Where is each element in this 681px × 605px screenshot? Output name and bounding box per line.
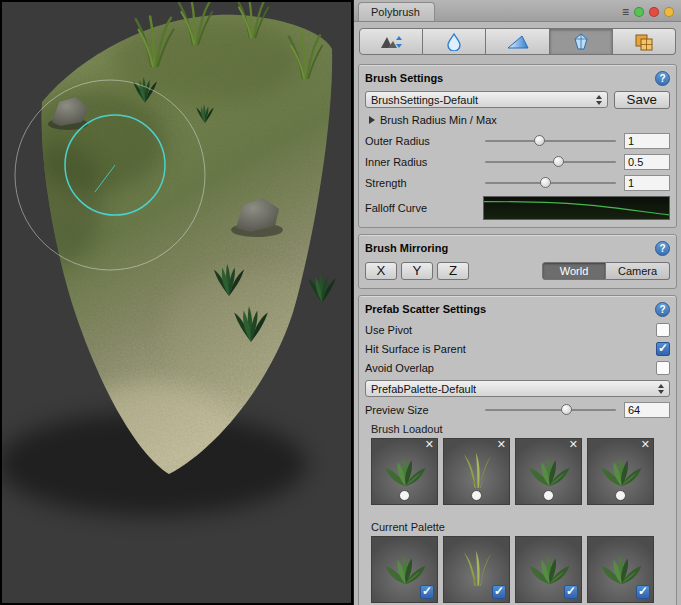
outer-radius-slider[interactable] bbox=[483, 134, 618, 148]
brush-preset-value: BrushSettings-Default bbox=[371, 94, 478, 106]
check-icon: ✓ bbox=[494, 584, 504, 598]
preview-size-value[interactable]: 64 bbox=[624, 402, 670, 418]
current-palette-label: Current Palette bbox=[371, 521, 670, 533]
help-icon[interactable]: ? bbox=[655, 71, 670, 86]
outer-radius-label: Outer Radius bbox=[365, 135, 483, 147]
smooth-tool-button[interactable] bbox=[423, 28, 486, 55]
slider-thumb[interactable] bbox=[561, 404, 572, 415]
hit-surface-parent-label: Hit Surface is Parent bbox=[365, 343, 466, 355]
mirror-z-button[interactable]: Z bbox=[437, 262, 469, 280]
check-icon: ✓ bbox=[422, 584, 432, 598]
outer-radius-value[interactable]: 1 bbox=[624, 133, 670, 149]
mirror-x-button[interactable]: X bbox=[365, 262, 397, 280]
slider-track bbox=[485, 140, 616, 142]
slider-track bbox=[485, 409, 616, 411]
hit-surface-parent-checkbox[interactable]: ✓ bbox=[656, 342, 670, 356]
prefab-palette-dropdown[interactable]: PrefabPalette-Default bbox=[365, 380, 670, 397]
window-button-red[interactable] bbox=[649, 7, 659, 17]
use-pivot-checkbox[interactable]: ✓ bbox=[656, 323, 670, 337]
dropdown-arrows-icon bbox=[658, 384, 664, 394]
texture-squares-icon bbox=[634, 33, 654, 51]
slider-thumb[interactable] bbox=[534, 135, 545, 146]
palette-item-2[interactable]: ✓ bbox=[443, 536, 510, 603]
brush-settings-section: Brush Settings ? BrushSettings-Default S… bbox=[358, 64, 677, 228]
loadout-item-1[interactable]: ✕ bbox=[371, 438, 438, 505]
polybrush-panel: Polybrush ≡ bbox=[353, 0, 681, 605]
crystal-icon bbox=[571, 33, 591, 51]
tab-title: Polybrush bbox=[371, 6, 420, 18]
preview-size-slider[interactable] bbox=[483, 403, 618, 417]
falloff-curve-label: Falloff Curve bbox=[365, 202, 483, 214]
palette-item-4[interactable]: ✓ bbox=[587, 536, 654, 603]
brush-mirroring-title: Brush Mirroring bbox=[365, 242, 448, 254]
dropdown-arrows-icon bbox=[596, 95, 602, 105]
prefab-scatter-title: Prefab Scatter Settings bbox=[365, 303, 486, 315]
window-tabbar: Polybrush ≡ bbox=[354, 0, 681, 22]
strength-value[interactable]: 1 bbox=[624, 175, 670, 191]
scene-view[interactable] bbox=[2, 2, 351, 603]
paint-vertex-tool-button[interactable] bbox=[486, 28, 549, 55]
window-menu-icon[interactable]: ≡ bbox=[622, 7, 629, 17]
loadout-radio[interactable] bbox=[471, 490, 482, 501]
window-button-green[interactable] bbox=[634, 7, 644, 17]
mirror-space-segmented: World Camera bbox=[542, 262, 670, 280]
water-drop-icon bbox=[445, 33, 463, 51]
window-button-yellow[interactable] bbox=[664, 7, 674, 17]
window-controls: ≡ bbox=[622, 7, 681, 21]
loadout-item-3[interactable]: ✕ bbox=[515, 438, 582, 505]
loadout-item-2[interactable]: ✕ bbox=[443, 438, 510, 505]
falloff-curve-field[interactable] bbox=[483, 196, 670, 220]
loadout-item-4[interactable]: ✕ bbox=[587, 438, 654, 505]
slider-thumb[interactable] bbox=[553, 156, 564, 167]
mirror-space-camera[interactable]: Camera bbox=[606, 262, 670, 280]
loadout-radio[interactable] bbox=[615, 490, 626, 501]
raise-lower-icon bbox=[379, 33, 403, 51]
strength-slider[interactable] bbox=[483, 176, 618, 190]
palette-checkbox[interactable]: ✓ bbox=[636, 585, 650, 599]
paint-texture-tool-button[interactable] bbox=[613, 28, 676, 55]
brush-loadout-label: Brush Loadout bbox=[371, 423, 670, 435]
tab-polybrush[interactable]: Polybrush bbox=[358, 2, 435, 21]
brush-radius-foldout[interactable]: Brush Radius Min / Max bbox=[369, 111, 670, 129]
brush-mirroring-section: Brush Mirroring ? X Y Z World Camera bbox=[358, 234, 677, 289]
help-icon[interactable]: ? bbox=[655, 241, 670, 256]
check-icon: ✓ bbox=[658, 341, 668, 355]
save-button[interactable]: Save bbox=[614, 91, 670, 109]
mirror-space-world[interactable]: World bbox=[542, 262, 606, 280]
palette-item-3[interactable]: ✓ bbox=[515, 536, 582, 603]
avoid-overlap-checkbox[interactable]: ✓ bbox=[656, 361, 670, 375]
remove-icon[interactable]: ✕ bbox=[425, 438, 434, 451]
palette-item-1[interactable]: ✓ bbox=[371, 536, 438, 603]
prefab-scatter-tool-button[interactable] bbox=[550, 28, 613, 55]
mode-toolbar bbox=[354, 22, 681, 60]
slider-thumb[interactable] bbox=[540, 177, 551, 188]
remove-icon[interactable]: ✕ bbox=[569, 438, 578, 451]
loadout-radio[interactable] bbox=[399, 490, 410, 501]
avoid-overlap-label: Avoid Overlap bbox=[365, 362, 434, 374]
loadout-radio[interactable] bbox=[543, 490, 554, 501]
raise-lower-tool-button[interactable] bbox=[359, 28, 423, 55]
palette-checkbox[interactable]: ✓ bbox=[492, 585, 506, 599]
slider-track bbox=[485, 161, 616, 163]
preview-size-label: Preview Size bbox=[365, 404, 483, 416]
check-icon: ✓ bbox=[566, 584, 576, 598]
check-icon: ✓ bbox=[638, 584, 648, 598]
brush-preset-dropdown[interactable]: BrushSettings-Default bbox=[365, 91, 608, 108]
inner-radius-slider[interactable] bbox=[483, 155, 618, 169]
inner-radius-label: Inner Radius bbox=[365, 156, 483, 168]
remove-icon[interactable]: ✕ bbox=[497, 438, 506, 451]
inner-radius-value[interactable]: 0.5 bbox=[624, 154, 670, 170]
foldout-triangle-icon bbox=[369, 116, 375, 124]
current-palette-grid: ✓ ✓ ✓ ✓ bbox=[371, 536, 668, 603]
gradient-triangle-icon bbox=[507, 34, 529, 50]
brush-loadout-grid: ✕ ✕ ✕ ✕ bbox=[371, 438, 668, 505]
scene-render bbox=[2, 2, 351, 603]
prefab-scatter-section: Prefab Scatter Settings ? Use Pivot ✓ Hi… bbox=[358, 295, 677, 605]
prefab-palette-value: PrefabPalette-Default bbox=[371, 383, 476, 395]
falloff-curve-graph bbox=[484, 197, 669, 219]
palette-checkbox[interactable]: ✓ bbox=[420, 585, 434, 599]
mirror-y-button[interactable]: Y bbox=[401, 262, 433, 280]
palette-checkbox[interactable]: ✓ bbox=[564, 585, 578, 599]
remove-icon[interactable]: ✕ bbox=[641, 438, 650, 451]
help-icon[interactable]: ? bbox=[655, 302, 670, 317]
